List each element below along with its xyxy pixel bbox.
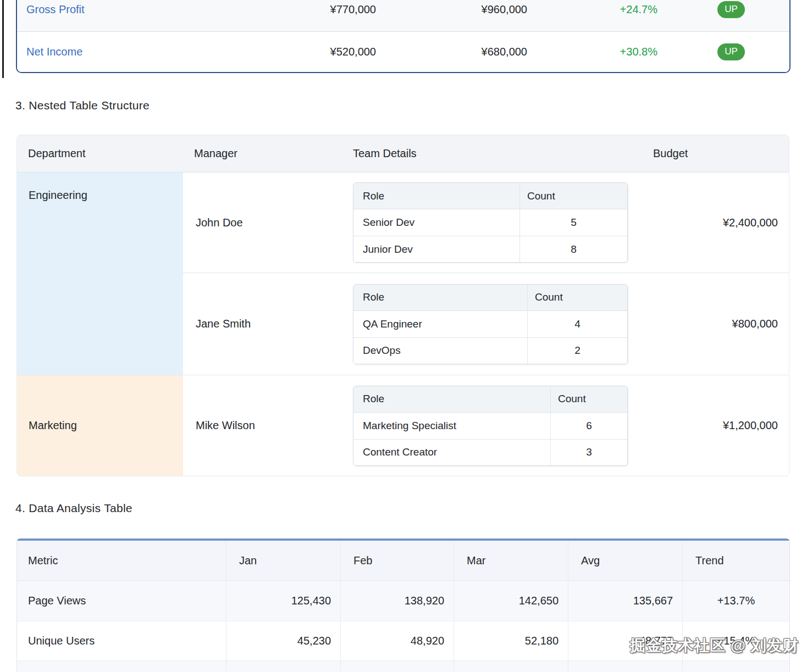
manager-name: Mike Wilson — [183, 375, 342, 476]
manager-name: John Doe — [183, 173, 342, 273]
table-row: Page Views 125,430 138,920 142,650 135,6… — [16, 581, 790, 621]
department-group-marketing: Marketing Mike Wilson Role Count Marketi… — [17, 375, 789, 476]
role-cell: DevOps — [353, 338, 527, 364]
inner-table-header: Role Count — [353, 386, 627, 413]
column-header-metric: Metric — [17, 541, 226, 580]
column-header-manager: Manager — [183, 147, 342, 160]
team-details-cell: Role Count QA Engineer 4 DevOps 2 — [342, 273, 642, 375]
count-header: Count — [550, 386, 627, 412]
role-header: Role — [353, 183, 519, 209]
column-header-mar: Mar — [454, 541, 568, 580]
column-header-avg: Avg — [568, 541, 682, 580]
inner-table-row: Junior Dev 8 — [353, 236, 627, 262]
team-roles-table: Role Count Marketing Specialist 6 Conten… — [353, 386, 628, 466]
budget-cell: ¥800,000 — [642, 273, 789, 375]
metric-label: Net Income — [17, 46, 261, 58]
previous-value: ¥770,000 — [261, 3, 393, 16]
trend-value: +13.7% — [682, 581, 789, 621]
team-details-cell: Role Count Marketing Specialist 6 Conten… — [342, 375, 642, 476]
table-row: Gross Profit ¥770,000 ¥960,000 +24.7% UP — [17, 0, 789, 31]
manager-rows: John Doe Role Count Senior Dev 5 — [183, 173, 789, 375]
manager-name: Jane Smith — [183, 273, 342, 375]
count-header: Count — [519, 183, 627, 209]
watermark-text: 掘金技术社区 @ 刘发财 — [630, 635, 799, 656]
column-header-team-details: Team Details — [342, 147, 642, 160]
budget-cell: ¥1,200,000 — [642, 375, 789, 476]
count-cell: 8 — [519, 236, 627, 262]
inner-table-row: DevOps 2 — [353, 337, 627, 364]
inner-table-row: Content Creator 3 — [353, 439, 627, 465]
count-cell: 3 — [550, 440, 627, 465]
count-cell: 4 — [527, 311, 627, 337]
section-heading-nested-table: 3. Nested Table Structure — [15, 99, 150, 112]
role-header: Role — [353, 386, 550, 412]
badge-cell: UP — [673, 43, 789, 60]
inner-table-row: QA Engineer 4 — [353, 311, 627, 337]
inner-table-header: Role Count — [353, 183, 627, 209]
role-cell: Senior Dev — [353, 209, 519, 236]
nested-table-header: Department Manager Team Details Budget — [17, 135, 789, 173]
manager-rows: Mike Wilson Role Count Marketing Special… — [183, 375, 789, 476]
avg-value: 135,667 — [568, 581, 682, 621]
table-row: Net Income ¥520,000 ¥680,000 +30.8% UP — [17, 31, 789, 72]
mar-value: 52,180 — [454, 621, 568, 660]
team-roles-table: Role Count Senior Dev 5 Junior Dev 8 — [353, 182, 628, 263]
department-group-engineering: Engineering John Doe Role Count Senior D… — [17, 173, 789, 375]
budget-cell: ¥2,400,000 — [642, 173, 789, 273]
count-cell: 2 — [527, 338, 627, 364]
department-cell: Marketing — [17, 375, 183, 476]
feb-value: 138,920 — [340, 581, 454, 621]
department-cell: Engineering — [17, 173, 183, 375]
table-row-cropped — [16, 661, 790, 672]
page: Gross Profit ¥770,000 ¥960,000 +24.7% UP… — [0, 0, 807, 672]
manager-row: Jane Smith Role Count QA Engineer 4 — [183, 273, 789, 375]
mar-value: 142,650 — [454, 581, 568, 621]
role-header: Role — [353, 285, 527, 310]
cropped-container-border — [2, 0, 4, 78]
up-badge: UP — [717, 1, 745, 18]
change-percent: +24.7% — [544, 3, 673, 16]
role-cell: QA Engineer — [353, 311, 527, 337]
metric-name: Unique Users — [17, 621, 226, 660]
jan-value: 125,430 — [226, 581, 340, 621]
current-value: ¥680,000 — [393, 46, 544, 58]
current-value: ¥960,000 — [393, 3, 544, 16]
inner-table-header: Role Count — [353, 285, 627, 311]
badge-cell: UP — [673, 1, 789, 18]
count-cell: 5 — [519, 209, 627, 236]
column-header-feb: Feb — [340, 541, 454, 580]
team-details-cell: Role Count Senior Dev 5 Junior Dev 8 — [342, 173, 642, 273]
manager-row: Mike Wilson Role Count Marketing Special… — [183, 375, 789, 476]
feb-value: 48,920 — [340, 621, 454, 660]
jan-value: 45,230 — [226, 621, 340, 660]
manager-row: John Doe Role Count Senior Dev 5 — [183, 173, 789, 273]
up-badge: UP — [717, 43, 745, 60]
section-heading-analysis-table: 4. Data Analysis Table — [15, 502, 132, 515]
column-header-trend: Trend — [682, 541, 789, 580]
count-cell: 6 — [550, 413, 627, 439]
inner-table-row: Senior Dev 5 — [353, 209, 627, 236]
team-roles-table: Role Count QA Engineer 4 DevOps 2 — [353, 284, 628, 364]
role-cell: Junior Dev — [353, 236, 519, 262]
financial-summary-table: Gross Profit ¥770,000 ¥960,000 +24.7% UP… — [16, 0, 791, 73]
count-header: Count — [527, 285, 627, 310]
column-header-jan: Jan — [226, 541, 340, 580]
inner-table-row: Marketing Specialist 6 — [353, 413, 627, 439]
analysis-table-header: Metric Jan Feb Mar Avg Trend — [16, 541, 790, 581]
role-cell: Marketing Specialist — [353, 413, 550, 439]
column-header-department: Department — [17, 147, 183, 160]
metric-label: Gross Profit — [17, 3, 261, 16]
change-percent: +30.8% — [544, 46, 673, 58]
role-cell: Content Creator — [353, 440, 550, 465]
metric-name: Page Views — [17, 581, 226, 621]
column-header-budget: Budget — [642, 147, 789, 160]
nested-table: Department Manager Team Details Budget E… — [16, 135, 789, 476]
previous-value: ¥520,000 — [261, 46, 393, 58]
